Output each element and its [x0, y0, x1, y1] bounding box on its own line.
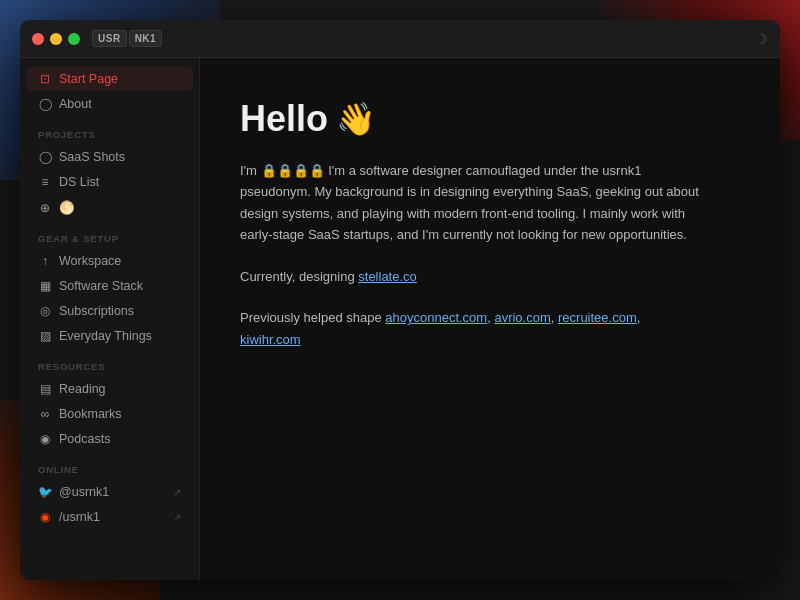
ahoy-link[interactable]: ahoyconnect.com	[385, 310, 487, 325]
sidebar-item-saas-shots[interactable]: ◯ SaaS Shots	[26, 145, 193, 169]
currently-prefix: Currently, designing	[240, 269, 358, 284]
sidebar-item-subscriptions[interactable]: ◎ Subscriptions	[26, 299, 193, 323]
everyday-things-icon: ▨	[38, 329, 52, 343]
kiwihr-link[interactable]: kiwihr.com	[240, 332, 301, 347]
podcasts-label: Podcasts	[59, 432, 110, 446]
section-label-projects: PROJECTS	[20, 117, 199, 144]
reading-icon: ▤	[38, 382, 52, 396]
theme-toggle[interactable]: ☽	[755, 31, 768, 47]
logo-badge-usr: USR	[92, 30, 127, 47]
window-controls	[32, 33, 80, 45]
twitter-label: @usrnk1	[59, 485, 109, 499]
external-link-icon-2: ↗	[173, 512, 181, 523]
close-button[interactable]	[32, 33, 44, 45]
currently-paragraph: Currently, designing stellate.co	[240, 266, 700, 287]
start-page-icon: ⊡	[38, 72, 52, 86]
reddit-label: /usrnk1	[59, 510, 100, 524]
content-area: Hello 👋 I'm 🔒🔒🔒🔒 I'm a software designer…	[200, 58, 780, 580]
subscriptions-label: Subscriptions	[59, 304, 134, 318]
avrio-link[interactable]: avrio.com	[494, 310, 550, 325]
emoji-icon: ⊕	[38, 201, 52, 215]
start-page-label: Start Page	[59, 72, 118, 86]
content-body: I'm 🔒🔒🔒🔒 I'm a software designer camoufl…	[240, 160, 700, 350]
section-label-online: ONLINE	[20, 452, 199, 479]
sidebar-item-everyday-things[interactable]: ▨ Everyday Things	[26, 324, 193, 348]
about-label: About	[59, 97, 92, 111]
saas-shots-icon: ◯	[38, 150, 52, 164]
reading-label: Reading	[59, 382, 106, 396]
podcasts-icon: ◉	[38, 432, 52, 446]
workspace-icon: ↑	[38, 254, 52, 268]
sidebar-item-ds-list[interactable]: ≡ DS List	[26, 170, 193, 194]
sidebar-item-twitter[interactable]: 🐦 @usrnk1 ↗	[26, 480, 193, 504]
everyday-things-label: Everyday Things	[59, 329, 152, 343]
emoji-label: 🌕	[59, 200, 75, 215]
sidebar-item-workspace[interactable]: ↑ Workspace	[26, 249, 193, 273]
maximize-button[interactable]	[68, 33, 80, 45]
stellate-link[interactable]: stellate.co	[358, 269, 417, 284]
sidebar-item-software-stack[interactable]: ▦ Software Stack	[26, 274, 193, 298]
bookmarks-icon: ∞	[38, 407, 52, 421]
sidebar: ⊡ Start Page ◯ About PROJECTS ◯ SaaS Sho…	[20, 58, 200, 580]
previously-paragraph: Previously helped shape ahoyconnect.com,…	[240, 307, 700, 350]
about-icon: ◯	[38, 97, 52, 111]
software-stack-label: Software Stack	[59, 279, 143, 293]
reddit-icon: ◉	[38, 510, 52, 524]
recruitee-link[interactable]: recruitee.com	[558, 310, 637, 325]
twitter-icon: 🐦	[38, 485, 52, 499]
sidebar-item-reading[interactable]: ▤ Reading	[26, 377, 193, 401]
sidebar-item-reddit[interactable]: ◉ /usrnk1 ↗	[26, 505, 193, 529]
title-bar: USR NK1 ☽	[20, 20, 780, 58]
saas-shots-label: SaaS Shots	[59, 150, 125, 164]
minimize-button[interactable]	[50, 33, 62, 45]
bookmarks-label: Bookmarks	[59, 407, 122, 421]
ds-list-icon: ≡	[38, 175, 52, 189]
ds-list-label: DS List	[59, 175, 99, 189]
main-layout: ⊡ Start Page ◯ About PROJECTS ◯ SaaS Sho…	[20, 58, 780, 580]
logo-badge-nk1: NK1	[129, 30, 163, 47]
previously-prefix: Previously helped shape	[240, 310, 385, 325]
subscriptions-icon: ◎	[38, 304, 52, 318]
section-label-gear: GEAR & SETUP	[20, 221, 199, 248]
page-heading: Hello 👋	[240, 98, 740, 140]
hello-text: Hello	[240, 98, 328, 140]
app-window: USR NK1 ☽ ⊡ Start Page ◯ About PROJECTS …	[20, 20, 780, 580]
workspace-label: Workspace	[59, 254, 121, 268]
sidebar-item-podcasts[interactable]: ◉ Podcasts	[26, 427, 193, 451]
sidebar-item-bookmarks[interactable]: ∞ Bookmarks	[26, 402, 193, 426]
intro-paragraph: I'm 🔒🔒🔒🔒 I'm a software designer camoufl…	[240, 160, 700, 246]
logo: USR NK1	[92, 30, 162, 47]
sidebar-item-emoji[interactable]: ⊕ 🌕	[26, 195, 193, 220]
section-label-resources: RESOURCES	[20, 349, 199, 376]
software-stack-icon: ▦	[38, 279, 52, 293]
sidebar-item-about[interactable]: ◯ About	[26, 92, 193, 116]
wave-emoji: 👋	[336, 100, 376, 138]
sidebar-item-start-page[interactable]: ⊡ Start Page	[26, 67, 193, 91]
external-link-icon: ↗	[173, 487, 181, 498]
